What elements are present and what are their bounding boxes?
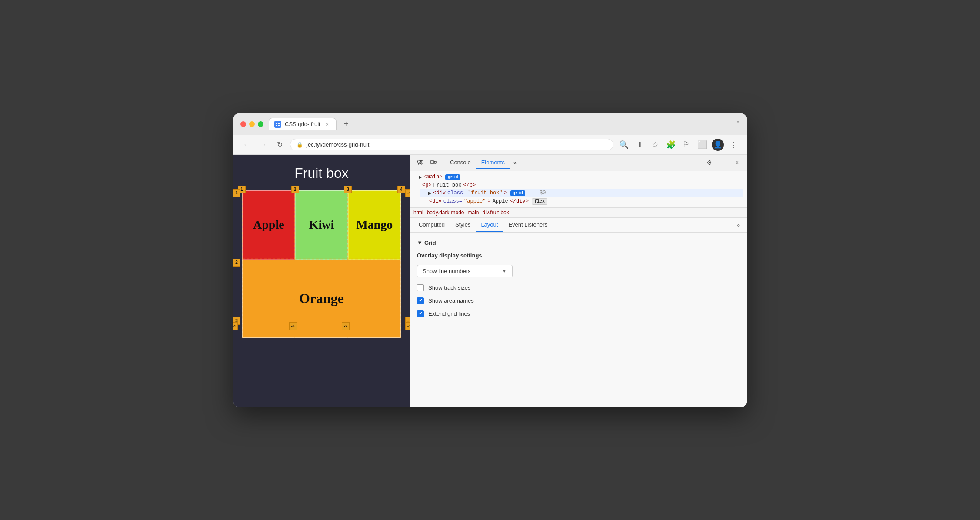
devtools-more-tabs[interactable]: » [510,158,520,168]
lock-icon: 🔒 [297,142,303,148]
devtools-kebab-button[interactable]: ⋮ [717,157,729,169]
show-area-names-row: Show area names [417,297,740,304]
page-content: Fruit box 1 2 3 4 1 2 3 -1 -1 -4 -3 -2 -… [233,155,410,407]
fruit-grid-container: 1 2 3 4 1 2 3 -1 -1 -4 -3 -2 -1 [242,190,401,338]
grid-badge-1-left: 1 [233,189,240,197]
kiwi-label: Kiwi [309,218,334,232]
page-title: Fruit box [233,155,410,190]
breadcrumb-main[interactable]: main [468,210,479,216]
overlay-settings-title: Overlay display settings [417,252,740,259]
el-div2-text: Apple [493,198,508,204]
devtools-tab-bar: Console Elements » [445,157,701,169]
breadcrumb-bar: html body.dark-mode main div.fruit-box [410,208,747,218]
address-input[interactable]: 🔒 jec.fyi/demo/css-grid-fruit [290,139,613,150]
extend-grid-lines-row: Extend grid lines [417,310,740,317]
new-tab-button[interactable]: + [340,118,352,130]
el-p-tag: <p> [422,182,432,188]
el-equals: == [530,190,536,196]
el-p-close: </p> [463,182,476,188]
layout-panel: ▼ Grid Overlay display settings Show lin… [410,233,747,407]
el-div2-close-tag: </div> [510,198,529,204]
show-area-names-checkbox[interactable] [417,297,424,304]
elements-row-div2: <div class= "apple" > Apple </div> flex [427,197,743,206]
grid-badge-2-left: 2 [233,259,240,267]
svg-rect-0 [276,123,277,124]
mango-label: Mango [356,218,393,232]
svg-rect-3 [278,125,280,126]
puzzle-button[interactable]: 🏳 [680,139,693,151]
grid-badge-3-top: 3 [344,186,352,193]
tab-computed[interactable]: Computed [413,218,450,232]
menu-button[interactable]: ⋮ [727,139,740,151]
fruit-grid: Apple Kiwi Mango Orange [242,190,401,338]
back-button[interactable]: ← [240,139,253,151]
tab-event-listeners[interactable]: Event Listeners [503,218,553,232]
el-div-grid-badge[interactable]: grid [510,190,525,196]
tab-console[interactable]: Console [445,157,476,169]
grid-badge-neg1-bot-right: -1 [405,322,410,330]
forward-button[interactable]: → [257,139,269,151]
el-div2-tag-close-open: > [487,198,490,204]
svg-rect-1 [278,123,280,124]
address-text: jec.fyi/demo/css-grid-fruit [307,141,369,148]
grid-badge-neg1-right-top: -1 [405,189,410,197]
breadcrumb-html[interactable]: html [413,210,423,216]
tab-title: CSS grid- fruit [285,121,320,127]
el-p-text: Fruit box [433,182,462,188]
inspector-tool-button[interactable] [413,157,426,169]
tab-bar: CSS grid- fruit × + ˅ [269,118,740,130]
tab-layout[interactable]: Layout [476,218,503,232]
close-traffic-light[interactable] [240,121,246,127]
fullscreen-traffic-light[interactable] [258,121,263,127]
devtools-settings-button[interactable]: ⚙ [703,157,715,169]
el-main-grid-badge[interactable]: grid [445,174,460,180]
el-div2-class-attr: class= [443,198,462,204]
apple-cell: Apple [242,190,295,260]
refresh-button[interactable]: ↻ [273,139,286,151]
extend-grid-lines-label: Extend grid lines [428,310,470,317]
dropdown-arrow-icon: ▼ [502,268,507,274]
show-track-sizes-label: Show track sizes [428,284,471,291]
screenshot-button[interactable]: ⬜ [696,139,708,151]
section-title-text: Grid [424,240,436,246]
line-numbers-dropdown[interactable]: Show line numbers ▼ [417,265,513,277]
el-div2-flex-badge[interactable]: flex [532,198,547,205]
browser-tab[interactable]: CSS grid- fruit × [269,118,337,130]
orange-label: Orange [299,290,344,307]
content-area: Fruit box 1 2 3 4 1 2 3 -1 -1 -4 -3 -2 -… [233,155,747,407]
device-toggle-button[interactable] [427,157,440,169]
grid-badge-4-top: 4 [397,186,405,193]
mango-cell: Mango [348,190,401,260]
overlay-dropdown-row: Show line numbers ▼ [417,265,740,277]
breadcrumb-div-fruitbox[interactable]: div.fruit-box [483,210,509,216]
section-arrow-icon: ▼ [417,240,423,246]
traffic-lights [240,121,263,127]
minimize-traffic-light[interactable] [249,121,255,127]
svg-rect-2 [276,125,277,126]
orange-cell: Orange [242,260,401,338]
layout-more-tabs[interactable]: » [733,218,743,232]
bookmark-button[interactable]: ☆ [649,139,661,151]
apple-label: Apple [253,218,284,232]
tab-close-button[interactable]: × [324,121,331,128]
show-track-sizes-checkbox[interactable] [417,284,424,291]
zoom-button[interactable]: 🔍 [618,139,630,151]
grid-badge-neg2-bot: -2 [342,322,350,330]
address-bar: ← → ↻ 🔒 jec.fyi/demo/css-grid-fruit 🔍 ⬆ … [233,135,747,155]
svg-rect-13 [434,161,436,163]
tab-expand-button[interactable]: ˅ [737,120,740,127]
breadcrumb-body[interactable]: body.dark-mode [427,210,464,216]
tab-styles[interactable]: Styles [450,218,476,232]
el-div2-class-val: "apple" [464,198,486,204]
devtools-close-button[interactable]: × [731,157,743,169]
svg-rect-12 [430,161,434,163]
share-button[interactable]: ⬆ [633,139,646,151]
title-bar: CSS grid- fruit × + ˅ [233,113,747,135]
profile-button[interactable]: 👤 [712,139,724,151]
extensions-button[interactable]: 🧩 [665,139,677,151]
devtools-right-icons: ⚙ ⋮ × [703,157,743,169]
tab-elements[interactable]: Elements [476,157,510,169]
elements-row-div-selected[interactable]: ⋯ ▶ <div class= "fruit-box" > grid == $0 [420,189,743,197]
extend-grid-lines-checkbox[interactable] [417,310,424,317]
show-area-names-label: Show area names [428,297,474,304]
